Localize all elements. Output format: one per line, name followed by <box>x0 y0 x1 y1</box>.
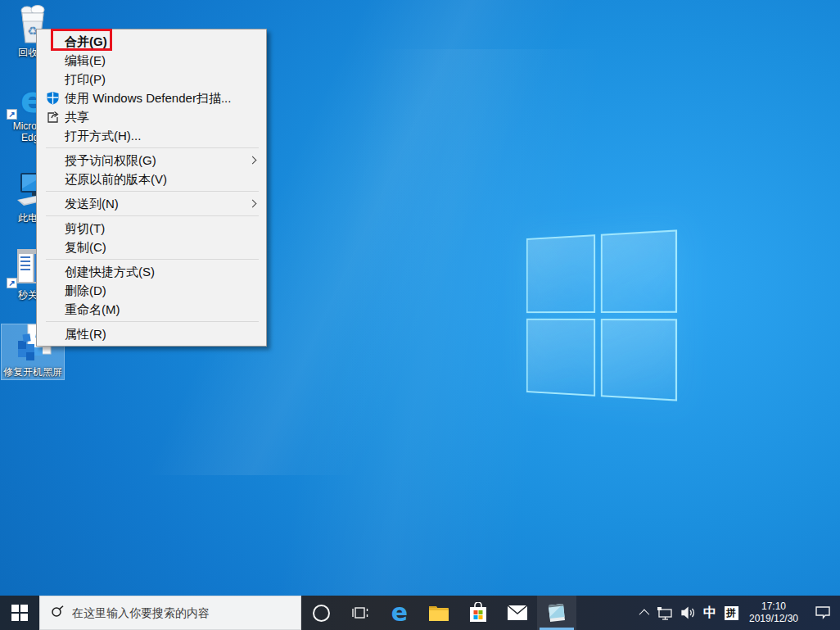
ethernet-network-icon <box>657 606 673 620</box>
menu-item-defender-scan[interactable]: 使用 Windows Defender扫描... <box>37 88 266 107</box>
microsoft-store-icon <box>468 602 488 623</box>
shortcut-arrow-icon: ↗ <box>7 278 17 288</box>
taskbar-search[interactable] <box>39 596 301 630</box>
share-icon <box>46 110 60 124</box>
search-icon <box>51 605 65 622</box>
menu-item-give-access[interactable]: 授予访问权限(G) <box>37 151 266 170</box>
clock-button[interactable]: 17:10 2019/12/30 <box>742 596 806 630</box>
defender-shield-icon <box>46 91 60 105</box>
ime-language-button[interactable]: 中 <box>699 596 720 630</box>
menu-item-rename[interactable]: 重命名(M) <box>37 300 266 319</box>
context-menu: 合并(G) 编辑(E) 打印(P) 使用 Windows Defender扫描.… <box>36 29 267 347</box>
edge-taskbar-button[interactable]: e <box>380 596 419 630</box>
menu-item-share[interactable]: 共享 <box>37 107 266 126</box>
network-button[interactable] <box>653 596 676 630</box>
menu-separator <box>46 191 259 192</box>
ime-mode-button[interactable]: 拼 <box>720 596 742 630</box>
menu-item-merge[interactable]: 合并(G) <box>37 32 266 51</box>
cortana-button[interactable] <box>301 596 341 630</box>
taskbar: e <box>0 596 840 630</box>
file-explorer-icon <box>428 604 449 622</box>
shortcut-arrow-icon: ↗ <box>7 109 17 120</box>
windows-desktop: ♻ 回收站 e ↗ Microsoft Edge 此电脑 <box>0 0 840 630</box>
tray-date: 2019/12/30 <box>749 613 798 625</box>
menu-item-open-with[interactable]: 打开方式(H)... <box>37 126 266 145</box>
menu-item-properties[interactable]: 属性(R) <box>37 324 266 343</box>
action-center-icon <box>815 605 831 620</box>
cortana-icon <box>313 605 330 622</box>
chevron-up-icon <box>639 609 649 619</box>
action-center-button[interactable] <box>806 596 840 630</box>
menu-item-delete[interactable]: 删除(D) <box>37 281 266 300</box>
speaker-icon <box>680 606 696 619</box>
menu-separator <box>46 321 259 322</box>
menu-separator <box>46 147 259 148</box>
menu-separator <box>46 259 259 260</box>
menu-item-restore-versions[interactable]: 还原以前的版本(V) <box>37 170 266 188</box>
edge-icon: e <box>391 601 408 625</box>
search-input[interactable] <box>72 606 285 619</box>
menu-item-print[interactable]: 打印(P) <box>37 70 266 88</box>
volume-button[interactable] <box>676 596 699 630</box>
file-explorer-button[interactable] <box>419 596 458 630</box>
show-hidden-icons-button[interactable] <box>632 596 653 630</box>
desktop-icon-label: 修复开机黑屏 <box>2 366 64 378</box>
tray-time: 17:10 <box>749 601 798 613</box>
menu-item-cut[interactable]: 剪切(T) <box>37 219 266 238</box>
menu-item-copy[interactable]: 复制(C) <box>37 238 266 256</box>
task-view-icon <box>352 605 368 620</box>
microsoft-store-button[interactable] <box>458 596 498 630</box>
submenu-arrow-icon <box>249 156 257 165</box>
menu-item-edit[interactable]: 编辑(E) <box>37 51 266 70</box>
windows-logo <box>526 229 677 401</box>
mail-icon <box>507 605 528 621</box>
pinyin-ime-icon: 拼 <box>725 606 738 620</box>
menu-separator <box>46 215 259 216</box>
windows-start-icon <box>11 605 28 621</box>
menu-item-send-to[interactable]: 发送到(N) <box>37 194 266 213</box>
notepad-icon <box>546 602 567 623</box>
system-tray: 中 拼 17:10 2019/12/30 <box>632 596 840 630</box>
notepad-taskbar-button[interactable] <box>537 596 576 630</box>
menu-item-create-shortcut[interactable]: 创建快捷方式(S) <box>37 262 266 281</box>
start-button[interactable] <box>0 596 39 630</box>
submenu-arrow-icon <box>249 200 257 208</box>
task-view-button[interactable] <box>341 596 380 630</box>
mail-button[interactable] <box>498 596 537 630</box>
